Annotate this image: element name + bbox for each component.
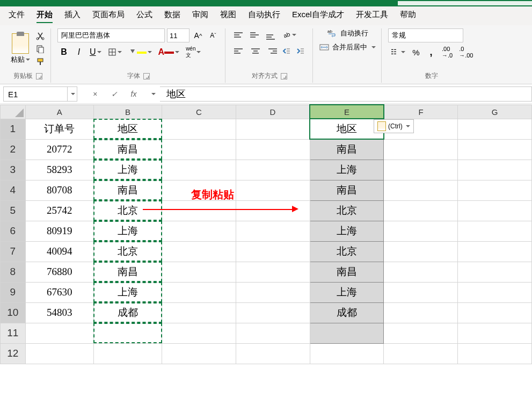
select-all-corner[interactable]	[1, 105, 26, 119]
cell-F6[interactable]	[384, 221, 458, 241]
cell-D12[interactable]	[236, 343, 310, 364]
cell-D7[interactable]	[236, 241, 310, 262]
font-launcher-icon[interactable]	[143, 73, 150, 79]
cell-B10[interactable]: 成都	[93, 302, 162, 323]
font-color-button[interactable]: A	[156, 46, 182, 59]
decrease-font-icon[interactable]: Aˇ	[207, 29, 220, 42]
cell-G11[interactable]	[458, 323, 532, 343]
font-name-dropdown[interactable]	[57, 28, 165, 42]
col-header-E[interactable]: E	[310, 105, 384, 119]
format-painter-icon[interactable]	[35, 57, 45, 67]
indent-decrease-icon[interactable]	[280, 45, 293, 57]
cell-G7[interactable]	[458, 241, 532, 262]
increase-decimal-button[interactable]: .00→.0	[440, 46, 455, 59]
formula-dropdown-icon[interactable]	[146, 87, 160, 101]
cell-D1[interactable]	[236, 119, 310, 139]
percent-button[interactable]: %	[410, 46, 422, 59]
cell-E11[interactable]	[310, 323, 384, 343]
row-header[interactable]: 3	[1, 160, 26, 180]
cell-E5[interactable]: 北京	[310, 200, 384, 221]
row-header[interactable]: 2	[1, 139, 26, 160]
cell-B3[interactable]: 上海	[93, 160, 162, 180]
cell-A6[interactable]: 80919	[25, 221, 93, 241]
col-header-D[interactable]: D	[236, 105, 310, 119]
cell-A5[interactable]: 25742	[25, 200, 93, 221]
row-header[interactable]: 9	[1, 282, 26, 302]
cell-D9[interactable]	[236, 282, 310, 302]
phonetic-button[interactable]: wén文	[184, 46, 203, 59]
cell-C8[interactable]	[162, 262, 236, 282]
cell-G1[interactable]	[458, 119, 532, 139]
paste-button[interactable]: 粘贴	[11, 55, 30, 64]
cell-G9[interactable]	[458, 282, 532, 302]
cell-B5[interactable]: 北京	[93, 200, 162, 221]
cell-E7[interactable]: 北京	[310, 241, 384, 262]
menu-insert[interactable]: 插入	[64, 10, 81, 23]
decrease-decimal-button[interactable]: .0→.00	[457, 46, 475, 59]
cell-E2[interactable]: 南昌	[310, 139, 384, 160]
cell-G6[interactable]	[458, 221, 532, 241]
cell-G8[interactable]	[458, 262, 532, 282]
row-header[interactable]: 7	[1, 241, 26, 262]
cell-B4[interactable]: 南昌	[93, 180, 162, 200]
italic-button[interactable]: I	[72, 46, 85, 59]
menu-developer[interactable]: 开发工具	[356, 10, 388, 23]
row-header[interactable]: 5	[1, 200, 26, 221]
menu-home[interactable]: 开始	[37, 10, 53, 23]
align-top-icon[interactable]	[232, 28, 247, 41]
cell-C7[interactable]	[162, 241, 236, 262]
cell-F2[interactable]	[384, 139, 458, 160]
cell-A2[interactable]: 20772	[25, 139, 93, 160]
cell-B9[interactable]: 上海	[93, 282, 162, 302]
cell-B6[interactable]: 上海	[93, 221, 162, 241]
cell-E1[interactable]: 地区	[310, 119, 384, 139]
cell-G2[interactable]	[458, 139, 532, 160]
cell-C5[interactable]	[162, 200, 236, 221]
menu-help[interactable]: 帮助	[400, 10, 416, 23]
paste-options-button[interactable]: (Ctrl)	[374, 119, 414, 133]
spreadsheet-grid[interactable]: A B C D E F G 1订单号地区地区220772南昌南昌358293上海…	[0, 104, 532, 364]
cell-E9[interactable]: 上海	[310, 282, 384, 302]
enter-icon[interactable]: ✓	[107, 87, 121, 101]
row-header[interactable]: 4	[1, 180, 26, 200]
cell-G3[interactable]	[458, 160, 532, 180]
cell-F5[interactable]	[384, 200, 458, 221]
cell-C9[interactable]	[162, 282, 236, 302]
cell-C1[interactable]	[162, 119, 236, 139]
cell-A12[interactable]	[25, 343, 93, 364]
cell-G10[interactable]	[458, 302, 532, 323]
cell-C2[interactable]	[162, 139, 236, 160]
cell-G5[interactable]	[458, 200, 532, 221]
col-header-A[interactable]: A	[25, 105, 93, 119]
row-header[interactable]: 12	[1, 343, 26, 364]
cell-B8[interactable]: 南昌	[93, 262, 162, 282]
row-header[interactable]: 6	[1, 221, 26, 241]
cell-E8[interactable]: 南昌	[310, 262, 384, 282]
cell-A1[interactable]: 订单号	[25, 119, 93, 139]
menu-formula[interactable]: 公式	[136, 10, 152, 23]
cell-A11[interactable]	[25, 323, 93, 343]
alignment-launcher-icon[interactable]	[281, 73, 287, 79]
col-header-B[interactable]: B	[93, 105, 162, 119]
increase-font-icon[interactable]: A^	[192, 29, 205, 42]
menu-custom[interactable]: Excel自学成才	[292, 10, 344, 23]
copy-icon[interactable]	[35, 44, 45, 54]
cell-B7[interactable]: 北京	[93, 241, 162, 262]
menu-pagelayout[interactable]: 页面布局	[92, 10, 125, 23]
col-header-G[interactable]: G	[458, 105, 532, 119]
underline-button[interactable]: U	[88, 46, 104, 59]
align-right-icon[interactable]	[264, 45, 279, 57]
cell-E6[interactable]: 上海	[310, 221, 384, 241]
cell-E4[interactable]: 南昌	[310, 180, 384, 200]
cell-B2[interactable]: 南昌	[93, 139, 162, 160]
cell-E3[interactable]: 上海	[310, 160, 384, 180]
cell-A9[interactable]: 67630	[25, 282, 93, 302]
col-header-F[interactable]: F	[384, 105, 458, 119]
align-left-icon[interactable]	[232, 45, 247, 57]
cell-D10[interactable]	[236, 302, 310, 323]
font-size-dropdown[interactable]	[167, 28, 190, 42]
cell-A10[interactable]: 54803	[25, 302, 93, 323]
cell-D2[interactable]	[236, 139, 310, 160]
cell-D6[interactable]	[236, 221, 310, 241]
menu-file[interactable]: 文件	[9, 10, 25, 23]
